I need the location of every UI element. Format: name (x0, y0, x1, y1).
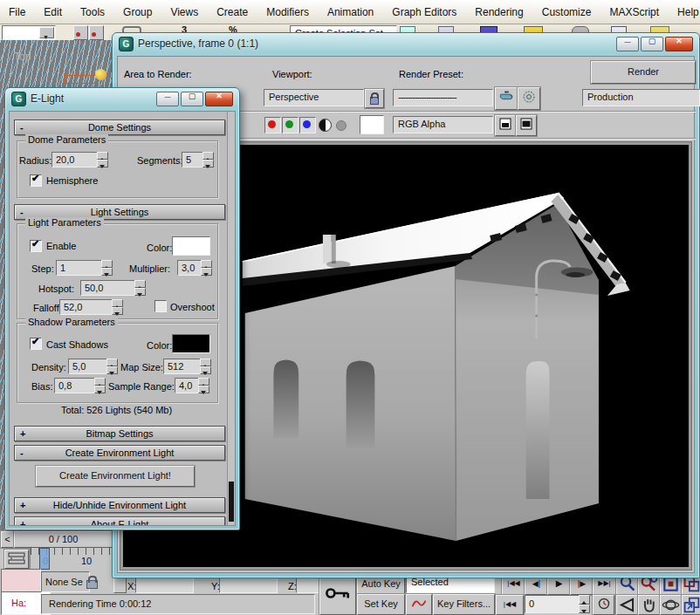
light-color-swatch[interactable] (172, 236, 210, 256)
pan-button[interactable] (638, 595, 660, 615)
create-environment-light-button[interactable]: Create Environment Light! (36, 466, 195, 487)
sample-range-spinner[interactable] (198, 378, 209, 393)
menu-item-edit[interactable]: Edit (44, 6, 62, 18)
mini-curve-editor-button[interactable] (4, 550, 29, 569)
menu-item-graph-editors[interactable]: Graph Editors (392, 6, 456, 18)
redo-button[interactable] (89, 25, 104, 40)
viewport-label: Top (14, 51, 31, 63)
set-keys-button[interactable] (319, 573, 356, 615)
x-coordinate-field[interactable] (135, 577, 194, 593)
shadow-color-swatch[interactable] (172, 334, 210, 353)
undo-button[interactable] (73, 25, 88, 40)
render-settings-button[interactable] (518, 87, 540, 110)
maximize-button[interactable] (641, 37, 663, 51)
menu-item-create[interactable]: Create (216, 6, 248, 18)
radius-spinner[interactable] (97, 152, 108, 167)
y-coordinate-field[interactable] (219, 577, 278, 593)
bias-spinner[interactable] (94, 378, 106, 393)
min-max-toggle-button[interactable] (682, 595, 700, 615)
background-color-swatch[interactable] (360, 115, 384, 134)
close-button[interactable] (205, 92, 233, 106)
dialog-scrollbar[interactable] (227, 112, 235, 525)
clear-frame-button[interactable] (516, 115, 537, 136)
monochrome-button[interactable] (319, 119, 332, 132)
render-teapot-button[interactable] (495, 87, 518, 110)
time-configuration-button[interactable] (593, 595, 614, 615)
trackbar-frame-handle[interactable] (39, 548, 50, 570)
close-button[interactable] (665, 37, 693, 51)
z-coordinate-field[interactable] (296, 577, 322, 593)
hotspot-field[interactable]: 50,0 (80, 280, 138, 296)
density-spinner[interactable] (106, 359, 118, 374)
radius-field[interactable]: 20,0 (51, 152, 100, 167)
rollout-create-environment-light[interactable]: - Create Environment Light (14, 445, 225, 461)
menu-item-modifiers[interactable]: Modifiers (266, 6, 309, 18)
key-icon (324, 585, 352, 601)
field-of-view-button[interactable] (616, 595, 638, 615)
rollout-dome-settings[interactable]: - Dome Settings (14, 120, 225, 135)
menu-item-animation[interactable]: Animation (327, 6, 374, 18)
rollout-state-icon: + (20, 517, 25, 526)
viewport-lock-button[interactable] (365, 89, 384, 108)
track-bar[interactable]: 0 10 (30, 548, 113, 569)
set-key-button[interactable]: Set Key (357, 594, 405, 615)
hemisphere-checkbox[interactable] (30, 174, 42, 187)
viewport-combo[interactable]: Perspective (264, 89, 364, 106)
clone-rendered-frame-button[interactable] (495, 115, 516, 136)
density-field[interactable]: 5,0 (68, 359, 110, 374)
menu-item-group[interactable]: Group (123, 6, 152, 18)
menu-item-views[interactable]: Views (170, 6, 198, 18)
macro-recorder-pane[interactable] (1, 569, 41, 592)
application-window: File Edit Tools Group Views Create Modif… (0, 0, 700, 615)
falloff-field[interactable]: 52,0 (59, 299, 115, 315)
rollout-about-elight[interactable]: + About E-Light (14, 516, 225, 526)
menu-item-tools[interactable]: Tools (80, 6, 105, 18)
time-slider-handle[interactable]: 0 / 100 (14, 531, 113, 548)
mapsize-field[interactable]: 512 (163, 359, 203, 374)
overshoot-checkbox[interactable] (154, 300, 167, 312)
menu-item-file[interactable]: File (9, 6, 25, 18)
arc-rotate-button[interactable] (660, 595, 682, 615)
falloff-spinner[interactable] (112, 299, 123, 315)
cast-shadows-checkbox[interactable] (30, 338, 42, 350)
blue-channel-button[interactable] (299, 117, 316, 133)
render-window-titlebar[interactable]: G Perspective, frame 0 (1:1) (113, 33, 699, 54)
key-filters-button[interactable]: Key Filters... (433, 594, 495, 615)
render-button[interactable]: Render (591, 61, 696, 84)
enable-checkbox[interactable] (30, 240, 42, 252)
hotspot-spinner[interactable] (134, 280, 146, 296)
step-field[interactable]: 1 (56, 260, 105, 276)
alpha-channel-button[interactable] (336, 120, 347, 131)
menu-item-rendering[interactable]: Rendering (475, 6, 523, 18)
step-spinner[interactable] (101, 260, 113, 276)
menu-item-customize[interactable]: Customize (542, 6, 592, 18)
selection-filter-combo[interactable] (2, 25, 56, 40)
key-mode-toggle-button[interactable]: |◀◀ (496, 595, 524, 615)
current-frame-field[interactable]: 0 (525, 595, 582, 613)
bias-field[interactable]: 0,8 (54, 378, 98, 393)
render-preset-combo[interactable]: ------------------------- (393, 89, 493, 106)
red-channel-button[interactable] (264, 117, 281, 133)
menu-item-maxscript[interactable]: MAXScript (609, 6, 659, 18)
minimize-button[interactable] (156, 92, 179, 106)
rollout-hide-unhide[interactable]: + Hide/Unhide Environment Light (14, 497, 225, 513)
scrollbar-thumb[interactable] (229, 482, 234, 522)
minimize-button[interactable] (616, 37, 639, 51)
absolute-mode-toggle[interactable] (113, 577, 127, 593)
rollout-bitmap-settings[interactable]: + Bitmap Settings (14, 426, 225, 441)
channel-display-combo[interactable]: RGB Alpha (393, 116, 493, 133)
green-dot-icon (285, 120, 293, 128)
default-tangent-button[interactable] (406, 594, 432, 615)
segments-spinner[interactable] (202, 152, 214, 167)
elight-body: - Dome Settings Dome Parameters Radius: … (9, 111, 236, 526)
mapsize-spinner[interactable] (200, 359, 211, 374)
time-slider-prev-button[interactable]: < (1, 531, 14, 548)
frame-spinner[interactable] (579, 595, 590, 613)
menu-item-help[interactable]: Help (677, 6, 699, 18)
green-channel-button[interactable] (282, 117, 299, 133)
elight-titlebar[interactable]: G E-Light (5, 88, 239, 109)
omni-light-icon (95, 69, 106, 80)
multiplier-spinner[interactable] (201, 260, 212, 276)
production-combo[interactable]: Production (582, 89, 700, 106)
maximize-button[interactable] (181, 92, 203, 106)
